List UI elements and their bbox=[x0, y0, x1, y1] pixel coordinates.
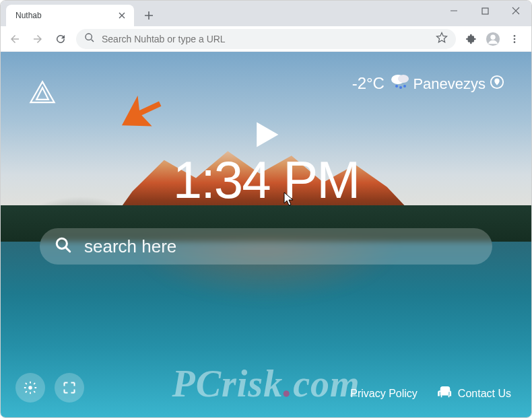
close-window-button[interactable] bbox=[500, 1, 531, 21]
clock-display: 1:34 PM bbox=[173, 149, 359, 211]
search-icon bbox=[84, 32, 95, 46]
toolbar-right bbox=[461, 29, 527, 49]
svg-point-13 bbox=[57, 238, 67, 248]
temperature-value: -2°C bbox=[352, 74, 385, 93]
tab-active[interactable]: Nuthab bbox=[6, 5, 134, 26]
svg-point-8 bbox=[398, 75, 409, 83]
forward-button[interactable] bbox=[28, 29, 48, 49]
svg-point-4 bbox=[514, 35, 516, 37]
svg-point-9 bbox=[395, 85, 398, 88]
svg-rect-0 bbox=[482, 8, 488, 14]
search-icon bbox=[55, 236, 72, 256]
chair-icon bbox=[438, 385, 453, 403]
kebab-menu-icon[interactable] bbox=[504, 29, 525, 49]
reload-button[interactable] bbox=[51, 29, 71, 49]
settings-button[interactable] bbox=[15, 373, 45, 403]
extensions-icon[interactable] bbox=[461, 29, 481, 49]
svg-point-10 bbox=[399, 86, 402, 89]
page-search-box[interactable]: search here bbox=[40, 228, 492, 265]
address-bar[interactable] bbox=[76, 29, 456, 49]
location-pin-icon bbox=[490, 75, 504, 94]
overlay: -2°C Panevezys 1:34 PM bbox=[1, 52, 531, 417]
new-tab-button[interactable] bbox=[139, 6, 158, 25]
contact-us-link[interactable]: Contact Us bbox=[458, 388, 511, 400]
search-placeholder: search here bbox=[84, 236, 176, 257]
toolbar bbox=[1, 26, 531, 52]
fullscreen-button[interactable] bbox=[55, 373, 84, 403]
maximize-button[interactable] bbox=[469, 1, 500, 21]
watermark-text: PCrisk.com bbox=[172, 362, 360, 405]
window-controls bbox=[438, 1, 531, 21]
svg-point-5 bbox=[514, 38, 516, 40]
svg-point-11 bbox=[403, 85, 406, 88]
svg-point-14 bbox=[28, 386, 32, 390]
browser-window: Nuthab bbox=[0, 0, 532, 418]
svg-point-6 bbox=[514, 41, 516, 43]
close-tab-icon[interactable] bbox=[117, 10, 127, 21]
location-name: Panevezys bbox=[413, 75, 486, 93]
svg-point-1 bbox=[86, 34, 92, 40]
address-input[interactable] bbox=[102, 34, 429, 44]
bookmark-star-icon[interactable] bbox=[436, 32, 448, 46]
privacy-policy-link[interactable]: Privacy Policy bbox=[350, 388, 418, 400]
svg-point-3 bbox=[490, 34, 495, 39]
tab-title: Nuthab bbox=[15, 11, 42, 20]
back-button[interactable] bbox=[5, 29, 25, 49]
footer-links: Privacy Policy Contact Us bbox=[350, 385, 511, 403]
minimize-button[interactable] bbox=[438, 1, 469, 21]
bottom-left-controls bbox=[15, 373, 84, 403]
page-content: -2°C Panevezys 1:34 PM bbox=[1, 52, 531, 417]
site-logo-icon[interactable] bbox=[28, 79, 57, 111]
weather-icon bbox=[390, 73, 410, 94]
weather-widget[interactable]: -2°C Panevezys bbox=[352, 72, 504, 94]
profile-avatar-icon[interactable] bbox=[483, 29, 503, 49]
tab-strip: Nuthab bbox=[1, 1, 531, 26]
play-slideshow-icon[interactable] bbox=[251, 119, 281, 153]
